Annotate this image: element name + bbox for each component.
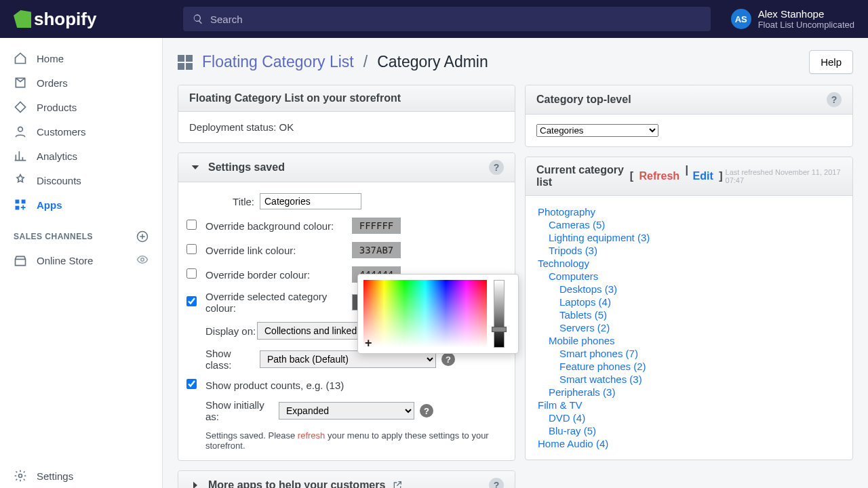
toplevel-panel-heading: Category top-level ? — [526, 85, 852, 115]
breadcrumb-current: Category Admin — [377, 53, 488, 71]
category-link[interactable]: DVD (4) — [538, 411, 840, 424]
sidebar-item-customers[interactable]: Customers — [0, 119, 162, 144]
catlist-panel: Current category list [ Refresh | Edit ]… — [525, 157, 853, 460]
chevron-right-icon — [189, 479, 201, 488]
category-link[interactable]: Photography — [538, 205, 840, 218]
show-counts-label: Show product counts, e.g. (13) — [205, 380, 344, 391]
category-link[interactable]: Blu-ray (5) — [538, 424, 840, 437]
sidebar-item-orders[interactable]: Orders — [0, 70, 162, 95]
user-info: Alex Stanhope Float List Uncomplicated — [758, 8, 854, 30]
sidebar-item-label: Online Store — [37, 255, 93, 266]
sidebar-item-discounts[interactable]: Discounts — [0, 168, 162, 192]
user-menu[interactable]: AS Alex Stanhope Float List Uncomplicate… — [731, 8, 854, 30]
help-icon[interactable]: ? — [420, 404, 433, 418]
svg-point-1 — [18, 127, 23, 131]
lightness-slider[interactable] — [494, 280, 505, 348]
gear-icon — [14, 469, 27, 483]
category-link[interactable]: Smart watches (3) — [538, 373, 840, 386]
svg-rect-4 — [16, 206, 20, 210]
category-link[interactable]: Lighting equipment (3) — [538, 231, 840, 244]
breadcrumb-app[interactable]: Floating Category List — [202, 53, 354, 71]
show-initially-label: Show initially as: — [205, 399, 279, 422]
help-button[interactable]: Help — [809, 50, 853, 74]
show-initially-select[interactable]: Expanded — [279, 402, 414, 420]
category-link[interactable]: Film & TV — [538, 399, 840, 411]
override-selected-checkbox[interactable] — [186, 296, 197, 306]
category-link[interactable]: Technology — [538, 257, 840, 270]
more-apps-heading[interactable]: More apps to help your customers ? — [178, 471, 515, 488]
main-content: Floating Category List / Category Admin … — [163, 38, 868, 488]
sidebar-item-label: Customers — [37, 126, 86, 138]
category-link[interactable]: Smart phones (7) — [538, 347, 840, 360]
sidebar-item-home[interactable]: Home — [0, 46, 162, 70]
bg-color-input[interactable] — [352, 218, 401, 234]
orders-icon — [14, 76, 27, 89]
svg-rect-2 — [16, 200, 20, 204]
category-link[interactable]: Servers (2) — [538, 321, 840, 334]
category-link[interactable]: Tripods (3) — [538, 244, 840, 257]
help-icon[interactable]: ? — [489, 478, 504, 488]
apps-icon — [14, 198, 27, 211]
category-link[interactable]: Laptops (4) — [538, 296, 840, 308]
catlist-refresh-link[interactable]: Refresh — [639, 170, 680, 182]
category-link[interactable]: Computers — [538, 270, 840, 283]
sidebar-item-label: Orders — [37, 77, 68, 89]
category-link[interactable]: Cameras (5) — [538, 218, 840, 231]
external-link-icon[interactable] — [392, 480, 403, 488]
display-on-label: Display on: — [205, 325, 257, 337]
category-link[interactable]: Peripherals (3) — [538, 386, 840, 399]
override-border-checkbox[interactable] — [186, 268, 197, 279]
sidebar-item-label: Settings — [37, 470, 73, 482]
category-link[interactable]: Tablets (5) — [538, 308, 840, 321]
title-label: Title: — [205, 196, 260, 207]
breadcrumb: Floating Category List / Category Admin — [178, 53, 488, 71]
sidebar-item-products[interactable]: Products — [0, 95, 162, 119]
view-store-icon[interactable] — [136, 253, 149, 268]
category-link[interactable]: Desktops (3) — [538, 283, 840, 296]
override-selected-label: Override selected category colour: — [205, 291, 352, 314]
link-color-input[interactable] — [352, 242, 401, 258]
override-link-checkbox[interactable] — [186, 244, 197, 254]
search-input[interactable] — [210, 14, 701, 25]
toplevel-select[interactable]: Categories — [536, 124, 658, 137]
sidebar-item-online-store[interactable]: Online Store — [0, 248, 162, 273]
settings-panel-heading[interactable]: Settings saved ? — [178, 153, 515, 182]
sidebar-item-label: Analytics — [37, 150, 77, 162]
search-bar[interactable] — [183, 7, 711, 31]
slider-handle[interactable] — [492, 327, 507, 332]
avatar: AS — [731, 9, 751, 29]
sidebar-item-settings[interactable]: Settings — [0, 464, 162, 488]
override-bg-checkbox[interactable] — [186, 220, 197, 230]
svg-point-6 — [141, 258, 144, 262]
more-apps-panel: More apps to help your customers ? — [178, 470, 515, 488]
color-gradient[interactable]: + — [363, 280, 487, 348]
catlist-panel-heading: Current category list [ Refresh | Edit ]… — [526, 157, 852, 196]
category-link[interactable]: Mobile phones — [538, 334, 840, 347]
sidebar-item-apps[interactable]: Apps — [0, 192, 162, 217]
sidebar-channels-heading: SALES CHANNELS — [0, 217, 162, 248]
title-input[interactable] — [260, 193, 361, 209]
user-shop: Float List Uncomplicated — [758, 20, 854, 30]
add-channel-icon[interactable] — [136, 230, 149, 243]
category-link[interactable]: Home Audio (4) — [538, 437, 840, 450]
refresh-link[interactable]: refresh — [298, 430, 325, 441]
home-icon — [14, 52, 27, 65]
help-icon[interactable]: ? — [827, 92, 842, 107]
shopify-bag-icon — [14, 10, 31, 28]
storefront-panel: Floating Category List on your storefron… — [178, 85, 515, 143]
brand-name: shopify — [34, 9, 96, 30]
sidebar-item-label: Home — [37, 53, 64, 64]
analytics-icon — [14, 149, 27, 163]
color-picker[interactable]: + — [357, 274, 519, 354]
sidebar-item-analytics[interactable]: Analytics — [0, 144, 162, 168]
help-icon[interactable]: ? — [441, 352, 455, 366]
show-counts-checkbox[interactable] — [186, 379, 197, 389]
help-icon[interactable]: ? — [489, 160, 504, 175]
catlist-edit-link[interactable]: Edit — [693, 170, 713, 182]
app-icon — [178, 55, 193, 70]
deployment-status-value: OK — [279, 121, 294, 133]
deployment-status-label: Deployment status: — [189, 121, 276, 133]
brand-logo[interactable]: shopify — [14, 9, 163, 30]
category-link[interactable]: Feature phones (2) — [538, 360, 840, 373]
override-link-label: Override link colour: — [205, 245, 352, 256]
